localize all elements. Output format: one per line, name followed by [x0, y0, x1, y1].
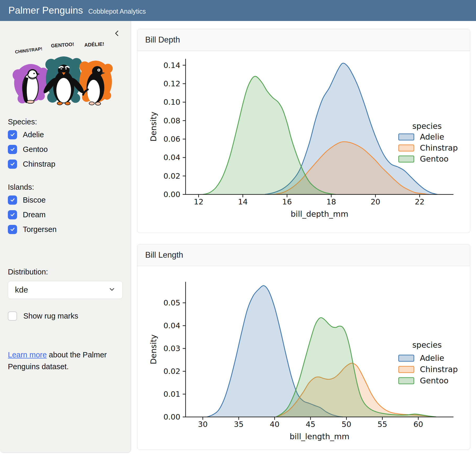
x-tick-label: 55 — [377, 420, 387, 429]
rug-checkbox-row[interactable]: Show rug marks — [8, 311, 123, 321]
x-tick-label: 35 — [234, 420, 244, 429]
legend-label-gentoo: Gentoo — [420, 376, 448, 385]
checkbox-label: Chinstrap — [23, 160, 55, 168]
y-tick-label: 0.02 — [163, 172, 180, 181]
learn-more-link[interactable]: Learn more — [8, 351, 47, 359]
x-tick-label: 50 — [342, 420, 351, 429]
bill-depth-card-title: Bill Depth — [145, 35, 180, 45]
y-tick-label: 0.00 — [163, 190, 180, 199]
chevron-left-icon — [113, 29, 121, 39]
artwork-label-chinstrap: CHINSTRAP! — [15, 46, 42, 55]
y-tick-label: 0.02 — [163, 367, 180, 376]
checkbox-unchecked-icon[interactable] — [8, 311, 17, 321]
learn-more-text: Learn more about the Palmer Penguins dat… — [8, 349, 123, 373]
y-tick-label: 0.00 — [163, 412, 180, 421]
y-axis-label: Density — [149, 112, 158, 141]
y-tick-label: 0.10 — [163, 98, 180, 107]
bill-depth-plot: 1214161820220.000.020.040.060.080.100.12… — [137, 51, 470, 233]
checkbox-checked-icon[interactable] — [8, 160, 17, 169]
y-axis-label: Density — [149, 334, 158, 364]
x-axis-label: bill_depth_mm — [291, 209, 348, 219]
islands-section-label: Islands: — [8, 183, 123, 192]
distribution-select[interactable]: kde — [8, 281, 123, 299]
artwork-label-adelie: ADÉLIE! — [84, 41, 104, 48]
x-tick-label: 12 — [194, 197, 203, 206]
checkbox-label: Adelie — [23, 130, 44, 139]
bill-length-card: Bill Length 303540455055600.000.010.020.… — [137, 244, 470, 450]
penguins-artwork-image: CHINSTRAP! GENTOO! ADÉLIE! — [8, 36, 121, 106]
x-tick-label: 18 — [326, 197, 336, 206]
island-checkbox-row-dream[interactable]: Dream — [8, 207, 123, 222]
legend-swatch-chinstrap — [399, 366, 414, 373]
sidebar-collapse-button[interactable] — [112, 29, 121, 38]
x-tick-label: 60 — [413, 420, 423, 429]
legend-title: species — [412, 340, 442, 350]
x-tick-label: 14 — [238, 197, 248, 206]
species-checkbox-row-adelie[interactable]: Adelie — [8, 127, 123, 142]
y-tick-label: 0.08 — [163, 116, 180, 125]
y-tick-label: 0.04 — [163, 321, 180, 330]
bill-depth-card-header: Bill Depth — [137, 29, 470, 51]
x-tick-label: 16 — [282, 197, 292, 206]
x-tick-label: 45 — [306, 420, 315, 429]
app-subtitle: Cobblepot Analytics — [88, 8, 146, 15]
legend: speciesAdelieChinstrapGentoo — [399, 121, 458, 163]
legend-swatch-gentoo — [399, 156, 414, 162]
legend-swatch-adelie — [399, 355, 414, 361]
island-checkbox-row-torgersen[interactable]: Torgersen — [8, 222, 123, 237]
checkbox-checked-icon[interactable] — [8, 195, 17, 205]
app-header: Palmer Penguins Cobblepot Analytics — [0, 0, 476, 21]
legend-title: species — [412, 121, 442, 131]
chevron-down-icon — [108, 286, 116, 294]
sidebar: CHINSTRAP! GENTOO! ADÉLIE! Species: Adel… — [0, 21, 131, 453]
checkbox-label: Gentoo — [23, 145, 48, 154]
x-tick-label: 22 — [415, 197, 425, 206]
legend: speciesAdelieChinstrapGentoo — [399, 340, 458, 385]
y-tick-label: 0.06 — [163, 135, 180, 144]
legend-label-adelie: Adelie — [420, 132, 444, 141]
bill-length-plot: 303540455055600.000.010.020.030.040.05bi… — [137, 266, 470, 449]
x-tick-label: 40 — [270, 420, 279, 429]
checkbox-checked-icon[interactable] — [8, 145, 17, 154]
y-tick-label: 0.04 — [163, 153, 180, 162]
legend-label-chinstrap: Chinstrap — [420, 143, 458, 152]
checkbox-checked-icon[interactable] — [8, 130, 17, 139]
legend-swatch-chinstrap — [399, 145, 414, 151]
main-content: Bill Depth 1214161820220.000.020.040.060… — [131, 21, 476, 455]
bill-depth-card-body: 1214161820220.000.020.040.060.080.100.12… — [137, 51, 470, 233]
island-checkbox-row-biscoe[interactable]: Biscoe — [8, 193, 123, 207]
legend-swatch-adelie — [399, 134, 414, 140]
species-checkbox-row-chinstrap[interactable]: Chinstrap — [8, 157, 123, 171]
x-axis-label: bill_length_mm — [290, 432, 349, 441]
series-group — [203, 63, 437, 194]
legend-label-gentoo: Gentoo — [420, 154, 448, 163]
series-group — [207, 286, 436, 417]
y-tick-label: 0.03 — [163, 344, 180, 353]
bill-length-card-title: Bill Length — [145, 250, 183, 260]
distribution-label: Distribution: — [8, 268, 123, 276]
species-section-label: Species: — [8, 118, 123, 126]
legend-label-adelie: Adelie — [420, 353, 444, 363]
y-tick-label: 0.01 — [163, 390, 180, 399]
bill-length-card-body: 303540455055600.000.010.020.030.040.05bi… — [137, 266, 470, 449]
x-tick-label: 20 — [371, 197, 380, 206]
y-tick-label: 0.14 — [163, 61, 180, 70]
checkbox-label: Biscoe — [23, 196, 46, 204]
species-checkbox-row-gentoo[interactable]: Gentoo — [8, 142, 123, 157]
artwork-label-gentoo: GENTOO! — [51, 41, 74, 49]
bill-length-card-header: Bill Length — [137, 244, 470, 266]
y-tick-label: 0.12 — [163, 79, 180, 88]
y-tick-label: 0.05 — [163, 298, 180, 307]
x-tick-label: 30 — [198, 420, 208, 429]
distribution-select-value: kde — [15, 285, 28, 295]
legend-swatch-gentoo — [399, 378, 414, 384]
app-title: Palmer Penguins — [8, 5, 83, 16]
bill-depth-card: Bill Depth 1214161820220.000.020.040.060… — [137, 29, 470, 233]
checkbox-label: Dream — [23, 210, 46, 219]
checkbox-checked-icon[interactable] — [8, 210, 17, 219]
checkbox-label: Torgersen — [23, 225, 57, 234]
checkbox-checked-icon[interactable] — [8, 225, 17, 234]
rug-checkbox-label: Show rug marks — [23, 312, 78, 320]
legend-label-chinstrap: Chinstrap — [420, 365, 458, 374]
